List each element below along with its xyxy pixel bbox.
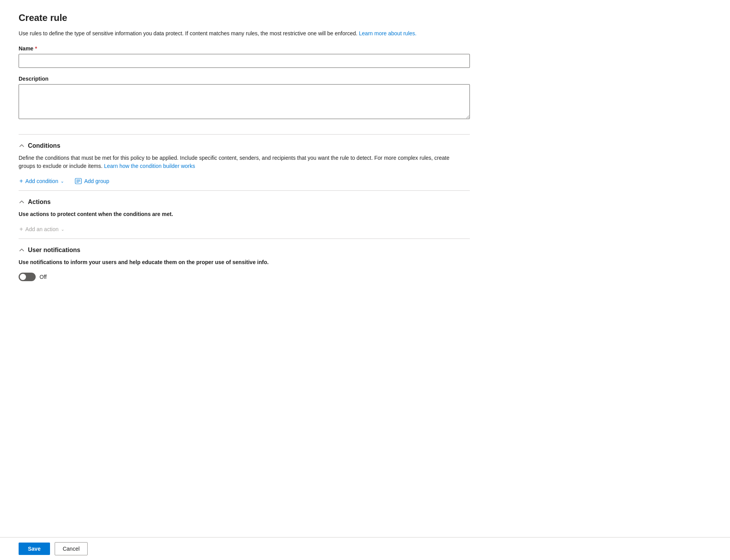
- add-condition-chevron-icon: ⌄: [60, 179, 64, 184]
- add-group-label: Add group: [84, 178, 109, 184]
- description-label: Description: [19, 76, 470, 82]
- actions-section: Actions Use actions to protect content w…: [19, 199, 470, 234]
- add-condition-label: Add condition: [25, 178, 58, 184]
- add-action-label: Add an action: [25, 226, 59, 232]
- name-label: Name *: [19, 45, 470, 52]
- page-title: Create rule: [19, 12, 470, 23]
- required-indicator: *: [35, 45, 37, 52]
- notifications-header: User notifications: [19, 247, 470, 254]
- intro-main-text: Use rules to define the type of sensitiv…: [19, 30, 357, 36]
- page-container: Create rule Use rules to define the type…: [0, 0, 488, 560]
- learn-rules-link[interactable]: Learn more about rules.: [359, 30, 417, 36]
- notifications-title: User notifications: [28, 247, 80, 254]
- notifications-toggle-row: Off: [19, 273, 470, 281]
- notifications-toggle-label: Off: [40, 274, 47, 280]
- add-group-icon: [75, 178, 82, 184]
- cancel-button[interactable]: Cancel: [55, 542, 88, 555]
- add-action-button[interactable]: + Add an action ⌄: [19, 225, 65, 234]
- actions-title: Actions: [28, 199, 51, 206]
- actions-header: Actions: [19, 199, 470, 206]
- bottom-bar: Save Cancel: [0, 537, 730, 560]
- notifications-toggle[interactable]: [19, 273, 36, 281]
- conditions-chevron-icon: [19, 143, 25, 149]
- add-condition-plus-icon: +: [19, 178, 23, 184]
- description-input[interactable]: [19, 84, 470, 119]
- notifications-chevron-icon: [19, 247, 25, 253]
- notifications-section: User notifications Use notifications to …: [19, 247, 470, 281]
- actions-chevron-icon: [19, 199, 25, 205]
- conditions-title: Conditions: [28, 142, 60, 149]
- conditions-section: Conditions Define the conditions that mu…: [19, 142, 470, 186]
- learn-conditions-link[interactable]: Learn how the condition builder works: [104, 163, 195, 169]
- add-action-chevron-icon: ⌄: [61, 227, 64, 232]
- actions-description: Use actions to protect content when the …: [19, 210, 470, 218]
- actions-buttons-row: + Add an action ⌄: [19, 225, 470, 234]
- conditions-description: Define the conditions that must be met f…: [19, 154, 461, 170]
- conditions-divider: [19, 134, 470, 135]
- notifications-toggle-slider: [19, 273, 36, 281]
- add-group-button[interactable]: Add group: [74, 176, 110, 186]
- conditions-header: Conditions: [19, 142, 470, 149]
- save-button[interactable]: Save: [19, 543, 50, 555]
- notifications-description: Use notifications to inform your users a…: [19, 258, 470, 266]
- notifications-divider: [19, 239, 470, 239]
- actions-divider: [19, 190, 470, 191]
- add-action-plus-icon: +: [19, 226, 23, 232]
- add-condition-button[interactable]: + Add condition ⌄: [19, 176, 65, 186]
- intro-text: Use rules to define the type of sensitiv…: [19, 29, 461, 38]
- name-input[interactable]: [19, 54, 470, 68]
- conditions-buttons-row: + Add condition ⌄ Add group: [19, 176, 470, 186]
